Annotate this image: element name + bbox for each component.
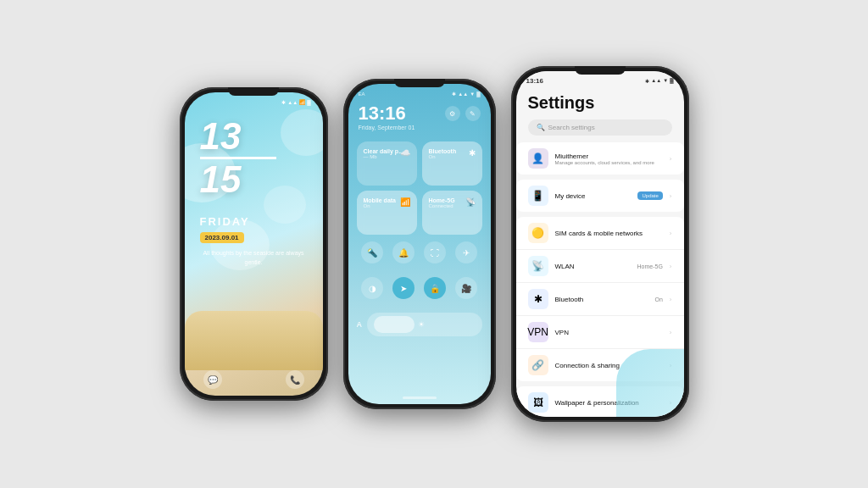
status-icons: ✱ ▲▲ 📶 ▓ <box>281 99 310 105</box>
control-center-display: EA ✱ ▲▲ ▼ ▓ 13:16 Friday, September 01 ⚙… <box>348 84 491 404</box>
cc-battery-icon: ▓ <box>476 92 480 97</box>
sand <box>185 311 323 370</box>
cc-settings-icon[interactable]: ⚙ <box>445 106 460 121</box>
vpn-label: VPN <box>555 329 663 336</box>
cc-signal-icon: ▲▲ <box>458 92 468 97</box>
bluetooth-value: On <box>654 297 662 302</box>
cc-brightness-row: A ☀ <box>357 313 482 336</box>
settings-item-sim[interactable]: 🟡 SIM cards & mobile networks › <box>516 217 684 250</box>
cc-tile-mobiledata[interactable]: 📶 Mobile data On <box>357 191 417 235</box>
cc-header: 13:16 Friday, September 01 ⚙ ✎ <box>359 103 481 130</box>
signal-icon: ▲▲ <box>287 100 298 105</box>
sim-text: SIM cards & mobile networks <box>555 230 663 237</box>
cc-small-icons-row2: ◑ ➤ 🔒 🎥 <box>357 277 482 299</box>
screen-mirror-icon[interactable]: ⛶ <box>424 241 446 263</box>
flashlight-icon[interactable]: 🔦 <box>361 241 383 263</box>
settings-search-bar[interactable]: 🔍 Search settings <box>528 119 672 136</box>
miuithemer-text: Miuithemer Manage accounts, cloud servic… <box>555 152 663 165</box>
settings-section-device: 📱 My device Update › <box>516 180 684 212</box>
home-indicator[interactable] <box>403 396 437 399</box>
cc-edit-icon[interactable]: ✎ <box>465 106 481 121</box>
wlan-chevron: › <box>670 263 672 270</box>
mydevice-label: My device <box>555 192 632 200</box>
cc-bluetooth-icon: ✱ <box>452 91 456 97</box>
status-bar: ✱ ▲▲ 📶 ▓ <box>197 99 311 105</box>
lock-minute: 15 <box>200 161 276 198</box>
miuithemer-sub: Manage accounts, cloud services, and mor… <box>555 160 663 165</box>
settings-item-wlan[interactable]: 📡 WLAN Home-5G › <box>516 250 684 283</box>
wifi-icon: 📶 <box>299 99 305 105</box>
darkmode-icon[interactable]: ◑ <box>361 277 383 299</box>
cc-date: Friday, September 01 <box>359 125 481 130</box>
lock-rotate-icon[interactable]: 🔒 <box>424 277 446 299</box>
phone-icon[interactable]: 📞 <box>286 370 304 389</box>
settings-status-bar: 13:16 ✱ ▲▲ ▼ ▓ <box>516 71 684 86</box>
vpn-chevron: › <box>670 329 672 336</box>
cc-tiles-grid: ☁️ Clear daily p... — Mb ✱ Bluetooth On … <box>357 141 482 235</box>
weather-icon: ☁️ <box>400 148 410 158</box>
cc-bluetooth-tile-icon: ✱ <box>469 148 476 158</box>
sim-chevron: › <box>670 230 672 237</box>
lock-hour: 13 <box>200 118 276 155</box>
settings-item-bluetooth[interactable]: ✱ Bluetooth On › <box>516 283 684 316</box>
settings-item-miuithemer[interactable]: 👤 Miuithemer Manage accounts, cloud serv… <box>516 142 684 175</box>
phone-control-center: EA ✱ ▲▲ ▼ ▓ 13:16 Friday, September 01 ⚙… <box>343 79 496 409</box>
settings-bt-icon: ✱ <box>645 78 649 84</box>
settings-page-title: Settings <box>516 86 684 116</box>
miuithemer-chevron: › <box>670 155 672 163</box>
wlan-label: WLAN <box>555 263 631 270</box>
lockscreen-display: ✱ ▲▲ 📶 ▓ 13 15 FRIDAY 2023.09.01 All tho… <box>185 92 323 396</box>
lock-day: FRIDAY <box>200 215 250 228</box>
bluetooth-label: Bluetooth <box>555 296 648 303</box>
update-badge[interactable]: Update <box>637 191 662 200</box>
cc-status-bar: EA ✱ ▲▲ ▼ ▓ <box>359 91 481 97</box>
bluetooth-text: Bluetooth <box>555 296 648 303</box>
wlan-value: Home-5G <box>637 263 662 269</box>
mydevice-chevron: › <box>670 192 672 200</box>
lockscreen-bottom-bar: 💬 📞 <box>185 370 323 389</box>
mydevice-text: My device <box>555 192 632 200</box>
lock-time: 13 15 <box>200 118 276 198</box>
cc-small-icons-row1: 🔦 🔔 ⛶ ✈ <box>357 241 482 263</box>
sim-label: SIM cards & mobile networks <box>555 230 663 237</box>
settings-wallpaper-decoration <box>616 349 684 417</box>
cc-wifi-tile-icon: 📡 <box>465 197 476 207</box>
bluetooth-settings-icon: ✱ <box>528 289 548 309</box>
cc-tile-weather[interactable]: ☁️ Clear daily p... — Mb <box>357 141 417 186</box>
battery-icon: ▓ <box>307 100 310 105</box>
search-icon: 🔍 <box>537 124 545 131</box>
notification-icon[interactable]: 🔔 <box>392 241 415 263</box>
settings-item-mydevice[interactable]: 📱 My device Update › <box>516 180 684 212</box>
settings-section-account: 👤 Miuithemer Manage accounts, cloud serv… <box>516 142 684 175</box>
miuithemer-icon: 👤 <box>528 148 548 169</box>
vpn-text: VPN <box>555 329 663 336</box>
vpn-icon: VPN <box>528 322 548 342</box>
bluetooth-chevron: › <box>670 296 672 303</box>
airplane-icon[interactable]: ✈ <box>455 241 477 263</box>
cc-tile-bluetooth[interactable]: ✱ Bluetooth On <box>422 141 482 186</box>
settings-display: 13:16 ✱ ▲▲ ▼ ▓ Settings 🔍 Search setting… <box>516 71 684 417</box>
message-icon[interactable]: 💬 <box>203 370 222 389</box>
bluetooth-status-icon: ✱ <box>281 99 286 105</box>
cc-brightness-min-label: A <box>357 320 363 329</box>
cc-wifi-icon: ▼ <box>470 92 475 97</box>
sim-icon: 🟡 <box>528 223 548 243</box>
location-icon[interactable]: ➤ <box>392 277 415 299</box>
wallpaper-icon: 🖼 <box>528 392 548 413</box>
cc-tile-wifi[interactable]: 📡 Home-5G Connected <box>422 191 482 235</box>
settings-item-vpn[interactable]: VPN VPN › <box>516 316 684 349</box>
cc-brightness-slider[interactable]: ☀ <box>367 313 482 336</box>
camera-icon[interactable]: 🎥 <box>455 277 477 299</box>
cc-bottom-section: A ☀ <box>357 313 482 343</box>
settings-signal-icon: ▲▲ <box>651 78 661 83</box>
settings-battery-icon: ▓ <box>670 78 673 83</box>
cc-status-icons: ✱ ▲▲ ▼ ▓ <box>452 91 480 97</box>
settings-wifi-icon: ▼ <box>663 78 668 83</box>
settings-status-icons: ✱ ▲▲ ▼ ▓ <box>645 78 673 84</box>
cc-mobiledata-icon: 📶 <box>400 197 410 207</box>
phone-settings: 13:16 ✱ ▲▲ ▼ ▓ Settings 🔍 Search setting… <box>511 66 689 422</box>
mydevice-icon: 📱 <box>528 186 548 206</box>
cc-status-left: EA <box>359 92 365 97</box>
connection-icon: 🔗 <box>528 355 548 375</box>
wallpaper-decoration <box>281 109 323 156</box>
